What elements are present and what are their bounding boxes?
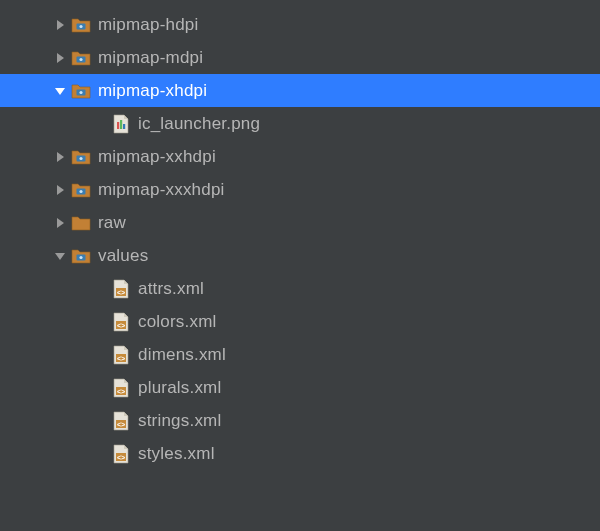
- tree-row-label: dimens.xml: [138, 345, 226, 365]
- tree-row-label: mipmap-xhdpi: [98, 81, 207, 101]
- tree-row-label: ic_launcher.png: [138, 114, 260, 134]
- tree-row[interactable]: raw: [0, 206, 600, 239]
- tree-row-label: colors.xml: [138, 312, 217, 332]
- resource-folder-icon: [70, 80, 92, 102]
- tree-row[interactable]: ic_launcher.png: [0, 107, 600, 140]
- svg-rect-8: [123, 124, 125, 129]
- tree-row[interactable]: <>attrs.xml: [0, 272, 600, 305]
- tree-row-label: mipmap-xxhdpi: [98, 147, 216, 167]
- tree-row[interactable]: mipmap-hdpi: [0, 8, 600, 41]
- disclosure-triangle-closed-icon[interactable]: [50, 151, 70, 163]
- tree-row[interactable]: mipmap-xhdpi: [0, 74, 600, 107]
- svg-point-12: [79, 189, 82, 192]
- xml-file-icon: <>: [110, 377, 132, 399]
- svg-point-5: [79, 90, 82, 93]
- svg-text:<>: <>: [117, 354, 125, 361]
- disclosure-triangle-open-icon[interactable]: [50, 85, 70, 97]
- resource-folder-icon: [70, 47, 92, 69]
- disclosure-triangle-open-icon[interactable]: [50, 250, 70, 262]
- tree-row-label: mipmap-xxxhdpi: [98, 180, 225, 200]
- tree-row[interactable]: <>strings.xml: [0, 404, 600, 437]
- tree-row[interactable]: mipmap-mdpi: [0, 41, 600, 74]
- svg-point-14: [79, 255, 82, 258]
- svg-text:<>: <>: [117, 453, 125, 460]
- disclosure-triangle-closed-icon[interactable]: [50, 19, 70, 31]
- tree-row-label: mipmap-hdpi: [98, 15, 198, 35]
- tree-row-label: mipmap-mdpi: [98, 48, 203, 68]
- tree-row[interactable]: <>plurals.xml: [0, 371, 600, 404]
- tree-row[interactable]: <>styles.xml: [0, 437, 600, 470]
- svg-text:<>: <>: [117, 321, 125, 328]
- xml-file-icon: <>: [110, 344, 132, 366]
- tree-row[interactable]: mipmap-xxxhdpi: [0, 173, 600, 206]
- tree-row-label: attrs.xml: [138, 279, 204, 299]
- tree-row[interactable]: values: [0, 239, 600, 272]
- resource-folder-icon: [70, 146, 92, 168]
- tree-row[interactable]: <>dimens.xml: [0, 338, 600, 371]
- xml-file-icon: <>: [110, 311, 132, 333]
- tree-row-label: plurals.xml: [138, 378, 221, 398]
- resource-folder-icon: [70, 245, 92, 267]
- disclosure-triangle-closed-icon[interactable]: [50, 184, 70, 196]
- xml-file-icon: <>: [110, 410, 132, 432]
- xml-file-icon: <>: [110, 443, 132, 465]
- svg-text:<>: <>: [117, 387, 125, 394]
- svg-text:<>: <>: [117, 420, 125, 427]
- svg-point-3: [79, 57, 82, 60]
- resource-folder-icon: [70, 179, 92, 201]
- image-file-icon: [110, 113, 132, 135]
- svg-point-1: [79, 24, 82, 27]
- disclosure-triangle-closed-icon[interactable]: [50, 52, 70, 64]
- tree-row[interactable]: mipmap-xxhdpi: [0, 140, 600, 173]
- disclosure-triangle-closed-icon[interactable]: [50, 217, 70, 229]
- svg-text:<>: <>: [117, 288, 125, 295]
- tree-row[interactable]: <>colors.xml: [0, 305, 600, 338]
- svg-rect-7: [120, 120, 122, 129]
- tree-row-label: styles.xml: [138, 444, 215, 464]
- tree-row-label: raw: [98, 213, 126, 233]
- folder-icon: [70, 212, 92, 234]
- project-tree[interactable]: mipmap-hdpimipmap-mdpimipmap-xhdpiic_lau…: [0, 0, 600, 470]
- resource-folder-icon: [70, 14, 92, 36]
- tree-row-label: values: [98, 246, 148, 266]
- svg-rect-6: [117, 122, 119, 129]
- svg-point-10: [79, 156, 82, 159]
- tree-row-label: strings.xml: [138, 411, 221, 431]
- xml-file-icon: <>: [110, 278, 132, 300]
